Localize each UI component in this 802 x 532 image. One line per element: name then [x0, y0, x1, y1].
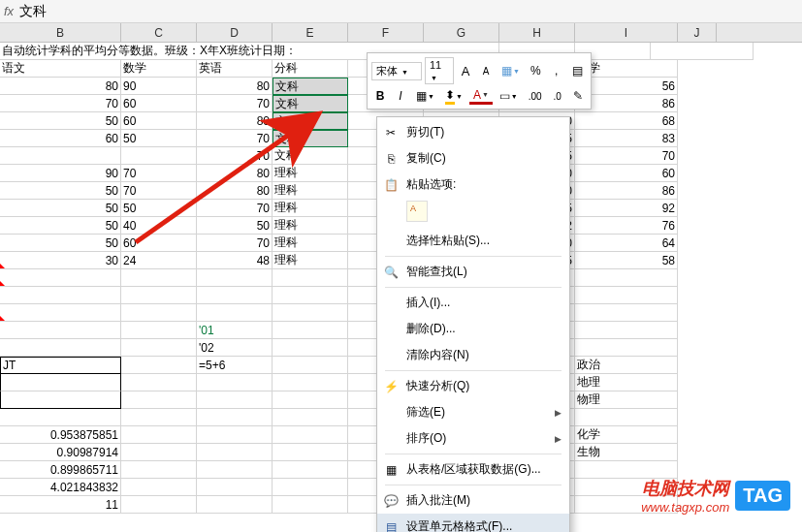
cell[interactable]	[0, 409, 121, 426]
col-header-H[interactable]: H	[499, 23, 575, 42]
cell[interactable]	[197, 304, 273, 322]
cell[interactable]	[273, 391, 348, 409]
cell[interactable]	[121, 287, 197, 304]
cell[interactable]: 58	[575, 252, 678, 269]
cell[interactable]	[121, 339, 197, 357]
cell-header[interactable]: 分科	[273, 60, 348, 78]
cell[interactable]: 70	[575, 147, 678, 165]
cell[interactable]	[651, 43, 754, 60]
col-header-I[interactable]: I	[575, 23, 678, 42]
cell[interactable]	[121, 374, 197, 391]
cell[interactable]: 50	[121, 200, 197, 217]
font-size-selector[interactable]: 11 ▼	[425, 57, 454, 84]
cell[interactable]	[197, 269, 273, 287]
cell[interactable]: 50	[0, 112, 121, 130]
cell[interactable]: 60	[121, 235, 197, 252]
cell[interactable]: 70	[197, 147, 273, 165]
cell[interactable]	[273, 287, 348, 304]
cell[interactable]: JT	[0, 357, 121, 374]
cell[interactable]: 80	[0, 78, 121, 95]
cell[interactable]: 50	[121, 130, 197, 147]
cell[interactable]	[273, 479, 348, 496]
cell[interactable]: 0.899865711	[50, 463, 118, 477]
border-button[interactable]: ▦▼	[412, 87, 438, 105]
cell[interactable]: 政治	[575, 357, 678, 374]
cell[interactable]: 76	[575, 217, 678, 235]
cell[interactable]: 50	[0, 217, 121, 235]
cell[interactable]	[121, 496, 197, 514]
cell[interactable]	[197, 461, 273, 479]
cell[interactable]	[121, 409, 197, 426]
decrease-decimal-button[interactable]: .0	[549, 87, 566, 105]
cell[interactable]: 90	[121, 78, 197, 95]
cell[interactable]	[575, 322, 678, 339]
cell[interactable]: 文科	[273, 147, 348, 165]
cell[interactable]	[0, 269, 121, 287]
cell[interactable]	[197, 426, 273, 444]
cell[interactable]	[121, 322, 197, 339]
menu-paste-special[interactable]: 选择性粘贴(S)...	[377, 228, 569, 254]
cell[interactable]	[273, 322, 348, 339]
comma-button[interactable]: ,	[548, 62, 565, 79]
cell[interactable]: 80	[197, 182, 273, 200]
menu-insert-comment[interactable]: 💬插入批注(M)	[377, 487, 569, 514]
col-header-G[interactable]: G	[424, 23, 499, 42]
cell[interactable]: 70	[121, 165, 197, 182]
cell[interactable]	[273, 357, 348, 374]
formula-value[interactable]: 文科	[19, 3, 47, 20]
cell[interactable]: 11	[0, 496, 121, 514]
cell[interactable]	[575, 304, 678, 322]
cell[interactable]	[575, 269, 678, 287]
cell-selected[interactable]: 文科	[273, 112, 348, 130]
cell[interactable]	[121, 461, 197, 479]
cell[interactable]: 60	[0, 130, 121, 147]
cell[interactable]: 40	[121, 217, 197, 235]
cell[interactable]: 83	[575, 130, 678, 147]
paste-option-icon[interactable]: A	[406, 201, 428, 222]
cell[interactable]	[121, 269, 197, 287]
cell[interactable]: 地理	[575, 374, 678, 391]
cell[interactable]: 70	[197, 200, 273, 217]
cell-header[interactable]: 语文	[0, 60, 121, 78]
cell[interactable]: 70	[0, 95, 121, 112]
menu-clear[interactable]: 清除内容(N)	[377, 342, 569, 368]
cell[interactable]: 50	[0, 235, 121, 252]
cell[interactable]: '01	[197, 322, 273, 339]
cell[interactable]	[0, 339, 121, 357]
cell[interactable]: 物理	[575, 391, 678, 409]
italic-button[interactable]: I	[392, 87, 409, 105]
percent-button[interactable]: %	[527, 62, 545, 79]
cell[interactable]	[197, 479, 273, 496]
cell-selected[interactable]: 文科	[273, 78, 348, 95]
cell[interactable]	[121, 357, 197, 374]
cell[interactable]: 70	[121, 182, 197, 200]
menu-insert[interactable]: 插入(I)...	[377, 290, 569, 316]
cell[interactable]: 70	[197, 235, 273, 252]
cell[interactable]: 70	[197, 130, 273, 147]
format-painter-button[interactable]: ✎	[569, 87, 587, 105]
menu-copy[interactable]: ⎘复制(C)	[377, 145, 569, 172]
cell[interactable]: 30	[0, 252, 121, 269]
cell[interactable]	[197, 374, 273, 391]
cell[interactable]	[197, 287, 273, 304]
cell[interactable]	[273, 304, 348, 322]
cell-selected[interactable]: 文科	[273, 130, 348, 147]
cell[interactable]: 90	[0, 165, 121, 182]
col-header-D[interactable]: D	[197, 23, 273, 42]
cell[interactable]	[0, 322, 121, 339]
cell[interactable]: 理科	[273, 182, 348, 200]
title-row[interactable]: 自动统计学科的平均分等数据。班级：X年X班统计日期：	[0, 43, 424, 60]
cell[interactable]: 理科	[273, 235, 348, 252]
cell[interactable]: 50	[197, 217, 273, 235]
cell[interactable]	[197, 496, 273, 514]
cell[interactable]: =5+6	[197, 357, 273, 374]
number-format-icon[interactable]: ▤	[568, 62, 587, 79]
conditional-format-icon[interactable]: ▦▼	[497, 62, 524, 79]
cell[interactable]	[0, 374, 121, 391]
cell[interactable]	[273, 409, 348, 426]
cell[interactable]	[273, 339, 348, 357]
cell[interactable]	[273, 496, 348, 514]
cell[interactable]: 理科	[273, 165, 348, 182]
cell-header[interactable]: 英语	[197, 60, 273, 78]
menu-filter[interactable]: 筛选(E)▶	[377, 399, 569, 425]
